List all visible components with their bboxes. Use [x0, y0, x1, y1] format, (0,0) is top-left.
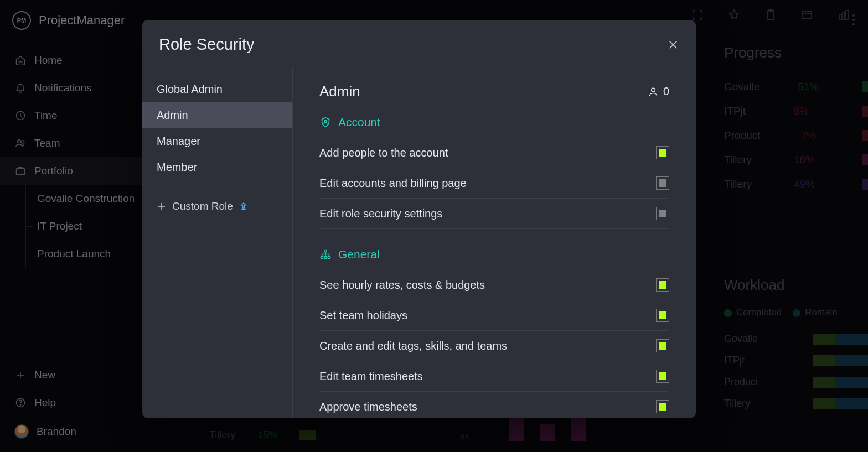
- section-name: General: [338, 248, 380, 261]
- plus-icon: [157, 201, 167, 211]
- permission-row: Edit role security settings: [319, 199, 669, 229]
- role-item-manager[interactable]: Manager: [142, 128, 292, 154]
- permission-label: Edit accounts and billing page: [319, 177, 467, 190]
- svg-point-24: [324, 256, 327, 259]
- permission-checkbox[interactable]: [656, 146, 669, 159]
- svg-point-21: [324, 120, 327, 122]
- svg-point-25: [328, 256, 330, 259]
- permission-label: Add people to the account: [319, 147, 448, 159]
- permission-label: See hourly rates, costs & budgets: [319, 279, 485, 292]
- section-header-account: Account: [319, 116, 669, 129]
- role-item-member[interactable]: Member: [142, 154, 292, 180]
- permission-row: Edit accounts and billing page: [319, 168, 669, 199]
- permission-row: Approve timesheets: [319, 392, 669, 418]
- role-detail-title: Admin: [319, 83, 360, 100]
- svg-point-20: [652, 88, 655, 92]
- section-header-general: General: [319, 248, 669, 261]
- shield-icon: [319, 116, 332, 128]
- role-item-admin[interactable]: Admin: [142, 102, 292, 128]
- permission-row: See hourly rates, costs & budgets: [319, 270, 669, 300]
- add-custom-role[interactable]: Custom Role: [142, 188, 292, 225]
- permission-checkbox[interactable]: [656, 339, 669, 352]
- svg-point-22: [324, 250, 327, 252]
- permission-label: Approve timesheets: [319, 401, 417, 413]
- upgrade-icon: [239, 201, 249, 211]
- permission-row: Add people to the account: [319, 138, 669, 168]
- permission-label: Set team holidays: [319, 309, 407, 322]
- permission-checkbox[interactable]: [656, 176, 669, 190]
- permission-row: Set team holidays: [319, 300, 669, 331]
- permission-checkbox[interactable]: [656, 370, 669, 383]
- section-name: Account: [338, 116, 380, 129]
- permission-checkbox[interactable]: [656, 309, 669, 322]
- org-icon: [319, 248, 332, 261]
- person-icon: [648, 86, 659, 97]
- permission-label: Edit role security settings: [319, 207, 442, 220]
- custom-role-label: Custom Role: [172, 200, 233, 212]
- modal-header: Role Security: [142, 20, 696, 67]
- user-count-value: 0: [663, 85, 669, 98]
- permission-row: Edit team timesheets: [319, 361, 669, 392]
- permission-checkbox[interactable]: [656, 400, 669, 413]
- permission-label: Edit team timesheets: [319, 370, 423, 383]
- role-list: Global AdminAdminManagerMember Custom Ro…: [142, 67, 293, 418]
- role-security-modal: Role Security Global AdminAdminManagerMe…: [142, 20, 696, 418]
- role-item-global-admin[interactable]: Global Admin: [142, 76, 292, 102]
- close-icon: [667, 39, 679, 51]
- role-detail: Admin 0 AccountAdd people to the account…: [293, 67, 696, 418]
- user-count[interactable]: 0: [648, 85, 669, 98]
- permission-checkbox[interactable]: [656, 278, 669, 292]
- svg-point-23: [321, 256, 323, 259]
- permission-checkbox[interactable]: [656, 207, 669, 220]
- permission-label: Create and edit tags, skills, and teams: [319, 340, 507, 352]
- close-button[interactable]: [667, 39, 679, 51]
- modal-title: Role Security: [159, 35, 254, 54]
- permission-row: Create and edit tags, skills, and teams: [319, 331, 669, 361]
